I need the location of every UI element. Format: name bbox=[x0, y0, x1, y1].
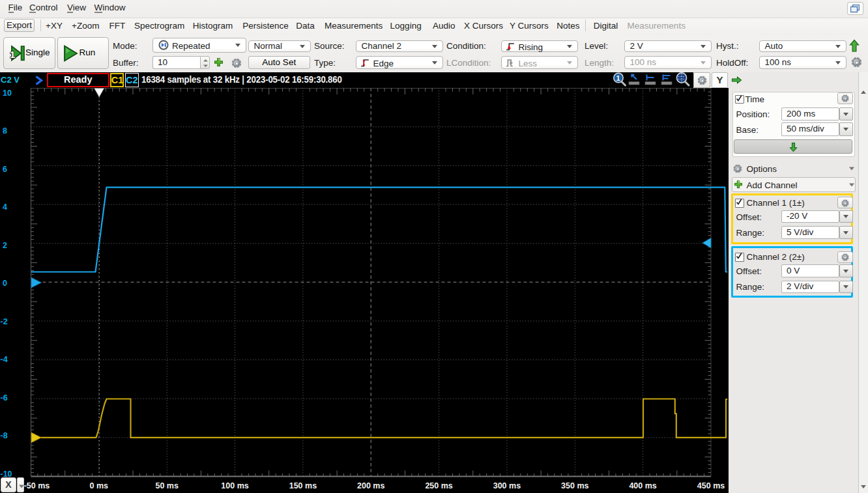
svg-text:2: 2 bbox=[3, 241, 7, 250]
svg-text:100 ms: 100 ms bbox=[221, 481, 248, 490]
svg-text:-8: -8 bbox=[1, 431, 8, 440]
svg-text:-4: -4 bbox=[1, 355, 8, 364]
svg-text:8: 8 bbox=[3, 126, 7, 135]
svg-text:-50 ms: -50 ms bbox=[24, 481, 50, 490]
svg-text:200 ms: 200 ms bbox=[357, 481, 384, 490]
svg-text:300 ms: 300 ms bbox=[493, 481, 521, 490]
svg-text:350 ms: 350 ms bbox=[561, 481, 588, 490]
svg-text:1: 1 bbox=[10, 49, 15, 60]
svg-text:-6: -6 bbox=[1, 393, 8, 402]
svg-text:150 ms: 150 ms bbox=[289, 481, 317, 490]
svg-text:1: 1 bbox=[616, 74, 620, 82]
svg-text:4: 4 bbox=[3, 203, 7, 212]
svg-text:0: 0 bbox=[3, 279, 7, 288]
svg-text:10: 10 bbox=[3, 89, 12, 98]
svg-text:450 ms: 450 ms bbox=[697, 481, 725, 490]
svg-text:0 ms: 0 ms bbox=[90, 481, 109, 490]
svg-text:-2: -2 bbox=[1, 317, 8, 326]
svg-text:400 ms: 400 ms bbox=[629, 481, 656, 490]
svg-text:6: 6 bbox=[3, 165, 7, 174]
svg-text:250 ms: 250 ms bbox=[425, 481, 452, 490]
svg-text:50 ms: 50 ms bbox=[155, 481, 178, 490]
